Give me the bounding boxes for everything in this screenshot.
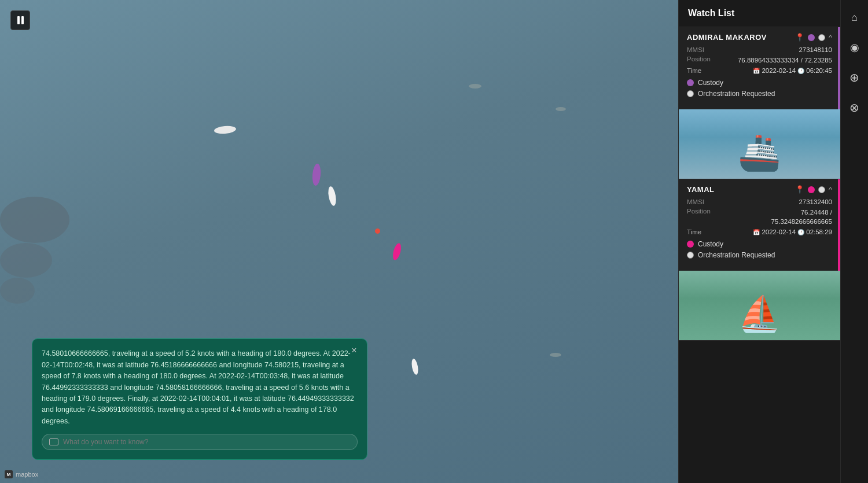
chat-popup: × 74.58010666666665, traveling at a spee… [32, 338, 367, 460]
custody-label-yamal: Custody [698, 240, 723, 248]
dot-purple-admiral [808, 34, 815, 41]
radar-button-2[interactable]: ⊗ [845, 98, 864, 117]
eye-icon: ◉ [850, 41, 859, 54]
chat-message-text: 74.58010666666665, traveling at a speed … [42, 348, 358, 427]
position-row-yamal: Position 76.24448 /75.32482666666665 [687, 208, 832, 226]
orchestration-row-admiral: Orchestration Requested [687, 90, 832, 98]
time-label-yamal: Time [687, 228, 701, 235]
dot-pink-yamal [808, 186, 815, 193]
radar-button-1[interactable]: ⊕ [845, 68, 864, 87]
map-area: × 74.58010666666665, traveling at a spee… [0, 0, 678, 483]
home-icon: ⌂ [851, 12, 858, 24]
position-value-yamal: 76.24448 /75.32482666666665 [771, 208, 832, 226]
time-clock-admiral: 06:20:45 [806, 67, 832, 74]
distant-ship-3 [550, 353, 561, 357]
chat-close-button[interactable]: × [348, 345, 360, 356]
chat-input-area[interactable] [42, 434, 358, 450]
chat-icon [49, 438, 58, 445]
mmsi-row-admiral: MMSI 273148110 [687, 46, 832, 53]
position-label-yamal: Position [687, 208, 711, 226]
vessel-name-yamal: YAMAL [687, 185, 715, 194]
right-sidebar: ⌂ ◉ ⊕ ⊗ [840, 0, 868, 483]
clock-icon-admiral: 🕐 [797, 68, 804, 74]
calendar-icon-yamal: 📅 [753, 229, 760, 235]
time-value-yamal: 📅 2022-02-14 🕐 02:58:29 [753, 228, 832, 235]
vessel-icons-admiral: 📍 ^ [795, 33, 832, 42]
custody-dot-admiral [687, 79, 694, 86]
vessel-name-admiral: ADMIRAL MAKAROV [687, 33, 767, 42]
mapbox-logo: M [5, 470, 13, 478]
mapbox-attribution: M mapbox [5, 470, 38, 478]
vessel-card-yamal: YAMAL 📍 ^ MMSI 273132400 Position 76.244… [679, 179, 840, 341]
vessel-image-yamal [679, 271, 840, 340]
custody-row-admiral: Custody [687, 79, 832, 87]
radar-icon-2: ⊗ [849, 101, 859, 115]
pause-button[interactable] [10, 10, 30, 30]
pin-icon-yamal: 📍 [795, 185, 804, 194]
app-container: × 74.58010666666665, traveling at a spee… [0, 0, 868, 483]
time-date-yamal: 2022-02-14 [762, 228, 796, 235]
distant-ship-2 [556, 107, 566, 111]
mmsi-value-yamal: 273132400 [799, 198, 832, 205]
vessel-image-admiral [679, 109, 840, 179]
dot-white-admiral [818, 34, 825, 41]
land-mass-3 [0, 243, 52, 278]
orchestration-dot-yamal [687, 252, 694, 259]
dot-white-yamal [818, 186, 825, 193]
mmsi-value-admiral: 273148110 [799, 46, 832, 53]
time-date-admiral: 2022-02-14 [762, 67, 796, 74]
time-row-admiral: Time 📅 2022-02-14 🕐 06:20:45 [687, 67, 832, 74]
custody-row-yamal: Custody [687, 240, 832, 248]
vessel-card-admiral: ADMIRAL MAKAROV 📍 ^ MMSI 273148110 Posit… [679, 27, 840, 179]
watchlist-panel: Watch List ADMIRAL MAKAROV 📍 ^ MMSI 2731… [678, 0, 840, 483]
watchlist-header: Watch List [679, 0, 840, 27]
radar-icon-1: ⊕ [849, 71, 859, 84]
custody-label-admiral: Custody [698, 79, 723, 87]
mmsi-row-yamal: MMSI 273132400 [687, 198, 832, 205]
orchestration-label-yamal: Orchestration Requested [698, 251, 775, 259]
orchestration-dot-admiral [687, 90, 694, 97]
home-button[interactable]: ⌂ [845, 8, 864, 27]
mapbox-label: mapbox [16, 471, 38, 478]
eye-button[interactable]: ◉ [845, 38, 864, 57]
vessel-header-yamal: YAMAL 📍 ^ [687, 185, 832, 194]
vessel-header-admiral: ADMIRAL MAKAROV 📍 ^ [687, 33, 832, 42]
vessel-icons-yamal: 📍 ^ [795, 185, 832, 194]
pin-icon-admiral: 📍 [795, 33, 804, 42]
chat-input[interactable] [63, 438, 350, 446]
time-clock-yamal: 02:58:29 [806, 228, 832, 235]
mmsi-label-admiral: MMSI [687, 46, 704, 53]
clock-icon-yamal: 🕐 [797, 229, 804, 235]
time-label-admiral: Time [687, 67, 701, 74]
land-mass-4 [0, 278, 35, 304]
chevron-admiral[interactable]: ^ [829, 33, 832, 42]
land-mass-2 [0, 197, 69, 243]
orchestration-row-yamal: Orchestration Requested [687, 251, 832, 259]
custody-dot-yamal [687, 241, 694, 248]
orchestration-label-admiral: Orchestration Requested [698, 90, 775, 98]
position-value-admiral: 76.88964333333334 / 72.23285 [738, 56, 832, 65]
position-label-admiral: Position [687, 56, 711, 65]
time-value-admiral: 📅 2022-02-14 🕐 06:20:45 [753, 67, 832, 74]
position-row-admiral: Position 76.88964333333334 / 72.23285 [687, 56, 832, 65]
chevron-yamal[interactable]: ^ [829, 185, 832, 194]
mmsi-label-yamal: MMSI [687, 198, 704, 205]
distant-ship-1 [469, 84, 481, 89]
time-row-yamal: Time 📅 2022-02-14 🕐 02:58:29 [687, 228, 832, 235]
calendar-icon-admiral: 📅 [753, 68, 760, 74]
